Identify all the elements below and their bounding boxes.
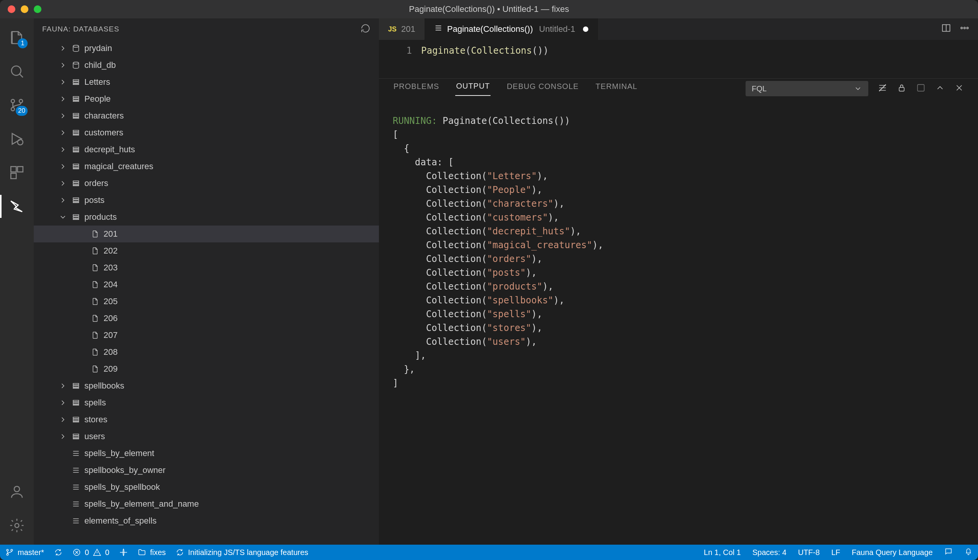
tree-item-208[interactable]: 208 — [34, 344, 379, 360]
panel-tab-debug-console[interactable]: DEBUG CONSOLE — [506, 82, 579, 95]
chevron-right-icon[interactable] — [58, 415, 68, 424]
tree-item-202[interactable]: 202 — [34, 242, 379, 259]
activity-source-control[interactable]: 20 — [0, 90, 34, 120]
status-branch[interactable]: master* — [5, 548, 44, 557]
tree-item-posts[interactable]: posts — [34, 192, 379, 209]
status-line-col[interactable]: Ln 1, Col 1 — [704, 548, 741, 557]
status-task[interactable]: Initializing JS/TS language features — [176, 548, 308, 557]
tree-item-207[interactable]: 207 — [34, 327, 379, 344]
activity-fauna[interactable] — [0, 191, 34, 222]
tree-item-characters[interactable]: characters — [34, 107, 379, 124]
tree-item-child_db[interactable]: child_db — [34, 57, 379, 73]
status-language[interactable]: Fauna Query Language — [852, 548, 933, 557]
tree-item-label: 202 — [103, 246, 118, 256]
status-problems[interactable]: 0 0 — [72, 548, 109, 557]
activity-settings[interactable] — [0, 510, 34, 541]
tab-201[interactable]: JS 201 — [379, 18, 425, 40]
svg-rect-44 — [73, 405, 79, 405]
activity-run-debug[interactable] — [0, 123, 34, 154]
status-warnings-count: 0 — [105, 548, 109, 557]
tree-item-stores[interactable]: stores — [34, 411, 379, 428]
chevron-right-icon[interactable] — [58, 162, 68, 171]
tree-item-203[interactable]: 203 — [34, 259, 379, 276]
code-line: Paginate(Collections()) — [421, 40, 978, 78]
panel-tab-problems[interactable]: PROBLEMS — [393, 82, 440, 95]
tree-item-Letters[interactable]: Letters — [34, 73, 379, 90]
tree-item-orders[interactable]: orders — [34, 175, 379, 192]
status-eol[interactable]: LF — [831, 548, 840, 557]
tree-item-customers[interactable]: customers — [34, 124, 379, 141]
chevron-right-icon[interactable] — [58, 179, 68, 188]
activity-accounts[interactable] — [0, 477, 34, 507]
tree-item-elements_of_spells[interactable]: elements_of_spells — [34, 512, 379, 529]
chevron-right-icon[interactable] — [58, 196, 68, 205]
lock-scroll-icon[interactable] — [897, 83, 907, 95]
status-encoding[interactable]: UTF-8 — [798, 548, 820, 557]
tree-item-users[interactable]: users — [34, 428, 379, 445]
svg-point-53 — [964, 27, 965, 29]
chevron-right-icon[interactable] — [58, 44, 68, 53]
chevron-right-icon[interactable] — [58, 77, 68, 87]
panel-maximize-icon[interactable] — [935, 83, 945, 95]
status-branch-label: master* — [18, 548, 44, 557]
chevron-right-icon[interactable] — [58, 94, 68, 103]
tree-item-201[interactable]: 201 — [34, 225, 379, 242]
output-channel-select[interactable]: FQL — [746, 81, 868, 96]
tree-item-spellbooks[interactable]: spellbooks — [34, 377, 379, 394]
index-icon — [71, 483, 80, 492]
tree-item-decrepit_huts[interactable]: decrepit_huts — [34, 141, 379, 158]
tree-item-label: stores — [84, 415, 107, 425]
activity-extensions[interactable] — [0, 157, 34, 188]
chevron-right-icon[interactable] — [58, 432, 68, 441]
chevron-right-icon[interactable] — [58, 398, 68, 407]
activity-search[interactable] — [0, 56, 34, 87]
chevron-right-icon[interactable] — [58, 381, 68, 390]
tree-item-204[interactable]: 204 — [34, 276, 379, 293]
close-window-button[interactable] — [8, 5, 15, 13]
activity-explorer[interactable]: 1 — [0, 22, 34, 53]
output-body[interactable]: RUNNING: Paginate(Collections()) [ { dat… — [379, 98, 978, 545]
tree-item-magical_creatures[interactable]: magical_creatures — [34, 158, 379, 175]
panel-close-icon[interactable] — [954, 83, 964, 95]
chevron-right-icon[interactable] — [58, 128, 68, 137]
chevron-right-icon[interactable] — [58, 111, 68, 120]
status-notifications-icon[interactable] — [964, 547, 973, 558]
code-editor[interactable]: 1 Paginate(Collections()) — [379, 40, 978, 78]
panel-tab-terminal[interactable]: TERMINAL — [595, 82, 638, 95]
svg-point-0 — [12, 66, 21, 75]
open-log-icon[interactable] — [916, 83, 926, 95]
tree-item-206[interactable]: 206 — [34, 310, 379, 327]
tree-item-205[interactable]: 205 — [34, 293, 379, 310]
tree-item-prydain[interactable]: prydain — [34, 40, 379, 57]
tree-item-spells_by_element[interactable]: spells_by_element — [34, 445, 379, 462]
svg-rect-45 — [73, 417, 79, 419]
status-folder[interactable]: fixes — [138, 548, 166, 557]
collection-icon — [71, 398, 80, 407]
tree-item-spells_by_element_and_name[interactable]: spells_by_element_and_name — [34, 495, 379, 512]
more-actions-icon[interactable] — [960, 23, 970, 35]
minimize-window-button[interactable] — [21, 5, 28, 13]
tree-item-products[interactable]: products — [34, 209, 379, 225]
clear-output-icon[interactable] — [878, 83, 888, 95]
status-feedback-icon[interactable] — [944, 547, 953, 558]
tab-paginate[interactable]: Paginate(Collections()) Untitled-1 — [425, 18, 598, 40]
status-indent[interactable]: Spaces: 4 — [753, 548, 786, 557]
tree-item-209[interactable]: 209 — [34, 360, 379, 377]
chevron-down-icon[interactable] — [58, 212, 68, 222]
maximize-window-button[interactable] — [34, 5, 42, 13]
panel-tab-output[interactable]: OUTPUT — [455, 82, 490, 96]
tree-item-label: orders — [84, 178, 108, 188]
tree-item-People[interactable]: People — [34, 90, 379, 107]
index-icon — [71, 499, 80, 508]
tree-item-label: customers — [84, 128, 123, 138]
tree-item-spells_by_spellbook[interactable]: spells_by_spellbook — [34, 479, 379, 495]
status-sync[interactable] — [54, 548, 63, 557]
chevron-right-icon[interactable] — [58, 61, 68, 70]
tree-item-spells[interactable]: spells — [34, 394, 379, 411]
refresh-icon[interactable] — [360, 23, 370, 35]
sidebar-tree[interactable]: prydainchild_dbLettersPeoplecharacterscu… — [34, 40, 379, 545]
chevron-right-icon[interactable] — [58, 145, 68, 154]
tree-item-spellbooks_by_owner[interactable]: spellbooks_by_owner — [34, 462, 379, 479]
status-live-share[interactable] — [119, 548, 128, 557]
split-editor-icon[interactable] — [941, 23, 951, 35]
